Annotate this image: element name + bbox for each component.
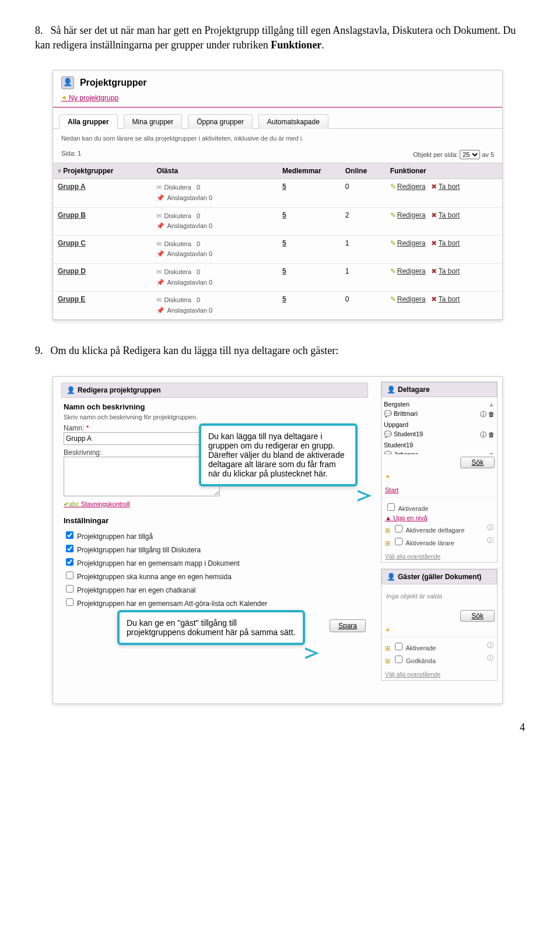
setting-checkbox[interactable] xyxy=(66,558,74,566)
setting-item[interactable]: Projektgruppen har en gemensam mapp i Do… xyxy=(64,556,366,567)
name-desc-heading: Namn och beskrivning xyxy=(64,402,366,411)
setting-checkbox[interactable] xyxy=(66,545,74,552)
setting-item[interactable]: Projektgruppen ska kunna ange en egen he… xyxy=(64,570,366,581)
upp-link[interactable]: ▲ Upp en nivå xyxy=(385,514,494,521)
step8-bold: Funktioner xyxy=(271,39,321,51)
gaster-box: 👤Gäster (gäller Dokument) Inga objekt är… xyxy=(381,569,498,681)
pager-label: Objekt per sida: xyxy=(413,151,458,158)
setting-checkbox[interactable] xyxy=(66,531,74,539)
edit-link[interactable]: Redigera xyxy=(397,183,426,191)
new-projektgrupp-link[interactable]: Ny projektgrupp xyxy=(53,92,502,107)
pager-row: Sida: 1 Objekt per sida: 25 av 5 xyxy=(53,148,502,163)
step9-number: 9. xyxy=(35,344,48,358)
group-link[interactable]: Grupp A xyxy=(58,183,86,191)
online-count: 1 xyxy=(341,235,386,263)
step8-end: . xyxy=(321,39,324,51)
th-olasta[interactable]: Olästa xyxy=(152,163,278,179)
setting-checkbox[interactable] xyxy=(66,585,74,593)
step9-body: Om du klicka på Redigera kan du lägga ti… xyxy=(51,345,339,356)
delete-link[interactable]: Ta bort xyxy=(438,211,460,219)
edit-link[interactable]: Redigera xyxy=(397,239,426,247)
table-row: Grupp D ✉Diskutera 0📌Anslagstavlan 0 5 1… xyxy=(53,263,502,291)
aktiverade-checkbox[interactable] xyxy=(387,503,395,511)
deltagare-list[interactable]: Bergsten▲ 💬Brittmariⓘ 🗑 Uppgard 💬Student… xyxy=(382,397,497,454)
tab-automatskapade[interactable]: Automatskapade xyxy=(258,114,328,129)
online-count: 0 xyxy=(341,292,386,320)
th-medlemmar[interactable]: Medlemmar xyxy=(278,163,341,179)
page-number: 4 xyxy=(35,721,525,734)
group-link[interactable]: Grupp C xyxy=(58,239,86,247)
group-link[interactable]: Grupp E xyxy=(58,295,85,303)
setting-item[interactable]: Projektgruppen har tillgå xyxy=(64,530,366,541)
pager-left: Sida: 1 xyxy=(61,150,81,159)
pager-of: av 5 xyxy=(482,151,494,158)
name-input[interactable] xyxy=(64,432,220,445)
panel-title: Projektgrupper xyxy=(80,78,147,87)
callout2-text: Du kan ge en "gäst" tillgång till projek… xyxy=(127,618,296,637)
sok-button-2[interactable]: Sök xyxy=(460,610,495,622)
table-row: Grupp B ✉Diskutera 0📌Anslagstavlan 0 5 2… xyxy=(53,207,502,235)
step8-number: 8. xyxy=(35,23,48,38)
members-link[interactable]: 5 xyxy=(282,239,286,247)
online-count: 1 xyxy=(341,263,386,291)
folder-aktiverade-deltagare[interactable]: ⊞ Aktiverade deltagare ⓘ xyxy=(385,523,494,534)
table-row: Grupp C ✉Diskutera 0📌Anslagstavlan 0 5 1… xyxy=(53,235,502,263)
sok-button[interactable]: Sök xyxy=(460,457,495,468)
gaster-header: Gäster (gäller Dokument) xyxy=(398,573,481,581)
members-link[interactable]: 5 xyxy=(282,183,286,191)
screenshot-redigera: 👤Redigera projektgruppen Namn och beskri… xyxy=(52,376,503,704)
members-link[interactable]: 5 xyxy=(282,295,286,303)
deltagare-header: Deltagare xyxy=(398,386,430,394)
online-count: 0 xyxy=(341,179,386,207)
setting-item[interactable]: Projektgruppen har en egen chatkanal xyxy=(64,583,366,594)
name-desc-sub: Skriv namn och beskrivning för projektgr… xyxy=(64,414,366,421)
groups-table: ▾ Projektgrupper Olästa Medlemmar Online… xyxy=(53,163,502,320)
spellcheck-link[interactable]: Stavningskontroll xyxy=(64,500,130,508)
edit-link[interactable]: Redigera xyxy=(397,211,426,219)
edit-panel-header: 👤Redigera projektgruppen xyxy=(61,383,368,398)
members-link[interactable]: 5 xyxy=(282,267,286,275)
setting-checkbox[interactable] xyxy=(66,572,74,579)
group-link[interactable]: Grupp D xyxy=(58,267,86,275)
pager-select[interactable]: 25 xyxy=(460,150,480,159)
step9-paragraph: 9. Om du klicka på Redigera kan du lägga… xyxy=(35,344,525,358)
members-link[interactable]: 5 xyxy=(282,211,286,219)
th-online[interactable]: Online xyxy=(341,163,386,179)
delete-link[interactable]: Ta bort xyxy=(438,267,460,275)
deltagare-box: 👤Deltagare Bergsten▲ 💬Brittmariⓘ 🗑 Uppga… xyxy=(381,381,498,563)
folder-aktiverade[interactable]: ⊞ Aktiverade ⓘ xyxy=(385,641,494,652)
divider xyxy=(53,107,502,108)
tabs: Alla grupper Mina grupper Öppna grupper … xyxy=(53,111,502,129)
group-link[interactable]: Grupp B xyxy=(58,211,86,219)
tab-oppna-grupper[interactable]: Öppna grupper xyxy=(188,114,253,129)
delete-link[interactable]: Ta bort xyxy=(438,295,460,303)
info-text: Nedan kan du som lärare se alla projektg… xyxy=(53,129,502,148)
folder-godkanda[interactable]: ⊞ Godkända ⓘ xyxy=(385,654,494,665)
desc-textarea[interactable] xyxy=(64,457,220,496)
table-row: Grupp E ✉Diskutera 0📌Anslagstavlan 0 5 0… xyxy=(53,292,502,320)
th-projektgrupper[interactable]: Projektgrupper xyxy=(63,167,113,175)
delete-link[interactable]: Ta bort xyxy=(438,239,460,247)
folder-aktiverade-larare[interactable]: ⊞ Aktiverade lärare ⓘ xyxy=(385,536,494,547)
callout1-text: Du kan lägga till nya deltagare i gruppe… xyxy=(208,432,344,478)
edit-link[interactable]: Redigera xyxy=(397,267,426,275)
callout-gaster: Du kan ge en "gäst" tillgång till projek… xyxy=(117,610,305,645)
edit-link[interactable]: Redigera xyxy=(397,295,426,303)
delete-link[interactable]: Ta bort xyxy=(438,183,460,191)
online-count: 2 xyxy=(341,207,386,235)
settings-heading: Inställningar xyxy=(64,516,366,525)
projektgrupper-icon xyxy=(61,76,74,89)
setting-item[interactable]: Projektgruppen har tillgång till Diskute… xyxy=(64,543,366,554)
th-funktioner: Funktioner xyxy=(386,163,502,179)
valj-alla-link[interactable]: Välj alla ovanstående xyxy=(382,551,497,562)
tab-mina-grupper[interactable]: Mina grupper xyxy=(124,114,183,129)
callout-deltagare: Du kan lägga till nya deltagare i gruppe… xyxy=(199,423,358,486)
inga-objekt: Inga objekt är valda xyxy=(382,584,497,608)
start-link[interactable]: Start xyxy=(382,483,497,497)
save-button[interactable]: Spara xyxy=(330,619,366,632)
tab-alla-grupper[interactable]: Alla grupper xyxy=(59,114,118,129)
valj-alla-link-2[interactable]: Välj alla ovanstående xyxy=(382,669,497,680)
table-row: Grupp A ✉Diskutera 0📌Anslagstavlan 0 5 0… xyxy=(53,179,502,207)
setting-item[interactable]: Projektgruppen har en gemensam Att-göra-… xyxy=(64,597,366,608)
setting-checkbox[interactable] xyxy=(66,598,74,606)
